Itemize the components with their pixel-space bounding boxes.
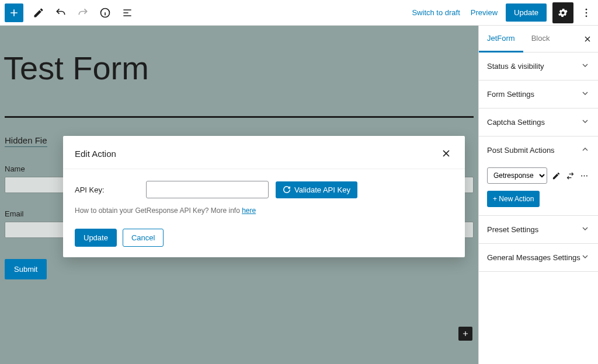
tab-block[interactable]: Block <box>523 26 558 52</box>
sidebar-close-button[interactable] <box>579 31 596 47</box>
panel-post-submit-actions[interactable]: Post Submit Actions <box>479 136 598 164</box>
toolbar-right: Switch to draft Preview Update <box>409 2 593 23</box>
sidebar-tabs: JetForm Block <box>479 26 598 52</box>
modal-title: Edit Action <box>75 149 116 159</box>
preview-link[interactable]: Preview <box>468 5 500 20</box>
chevron-down-icon <box>580 252 590 263</box>
panel-status-visibility[interactable]: Status & visibility <box>479 52 598 80</box>
svg-point-5 <box>584 175 585 176</box>
svg-point-3 <box>586 15 587 17</box>
api-key-label: API Key: <box>75 186 139 194</box>
chevron-down-icon <box>580 89 590 100</box>
modal-update-button[interactable]: Update <box>75 229 117 247</box>
edit-icon[interactable] <box>28 2 49 23</box>
page-title[interactable]: Test Form <box>4 49 474 87</box>
validate-api-key-button[interactable]: Validate API Key <box>276 181 357 198</box>
svg-point-2 <box>586 12 587 13</box>
add-block-button[interactable] <box>5 4 23 22</box>
undo-button[interactable] <box>50 2 71 23</box>
svg-point-1 <box>586 8 587 10</box>
panel-form-settings[interactable]: Form Settings <box>479 80 598 108</box>
api-key-input[interactable] <box>146 181 269 198</box>
modal-close-button[interactable] <box>439 146 453 160</box>
modal-cancel-button[interactable]: Cancel <box>123 229 164 247</box>
panel-general-messages[interactable]: General Messages Settings <box>479 244 598 271</box>
chevron-up-icon <box>580 145 590 156</box>
outline-icon[interactable] <box>117 2 138 23</box>
panel-preset-settings[interactable]: Preset Settings <box>479 216 598 243</box>
toolbar-left <box>5 2 138 23</box>
more-options-button[interactable] <box>579 2 593 23</box>
settings-button[interactable] <box>552 2 573 23</box>
svg-point-6 <box>586 175 587 176</box>
info-link[interactable]: here <box>242 206 256 215</box>
canvas-add-button[interactable] <box>458 327 472 341</box>
panel-captcha-settings[interactable]: Captcha Settings <box>479 108 598 136</box>
info-icon[interactable] <box>95 2 116 23</box>
chevron-down-icon <box>580 61 590 72</box>
update-button[interactable]: Update <box>506 4 547 22</box>
switch-draft-link[interactable]: Switch to draft <box>409 5 462 20</box>
redo-button[interactable] <box>72 2 93 23</box>
editor-toolbar: Switch to draft Preview Update <box>0 0 598 26</box>
api-key-info: How to obtain your GetResponse API Key? … <box>75 206 453 215</box>
chevron-down-icon <box>580 117 590 128</box>
form-submit-button[interactable]: Submit <box>5 259 47 279</box>
conditions-icon[interactable] <box>565 169 575 183</box>
settings-sidebar: JetForm Block Status & visibility Form S… <box>478 26 598 364</box>
more-action-icon[interactable] <box>579 169 590 183</box>
new-action-button[interactable]: + New Action <box>487 191 540 207</box>
edit-action-modal: Edit Action API Key: Validate API Key Ho… <box>63 136 465 257</box>
edit-action-icon[interactable] <box>551 169 561 183</box>
action-select[interactable]: Getresponse <box>487 167 547 184</box>
svg-point-4 <box>581 175 582 176</box>
tab-jetform[interactable]: JetForm <box>479 26 523 52</box>
divider <box>5 116 474 118</box>
chevron-down-icon <box>580 224 590 235</box>
